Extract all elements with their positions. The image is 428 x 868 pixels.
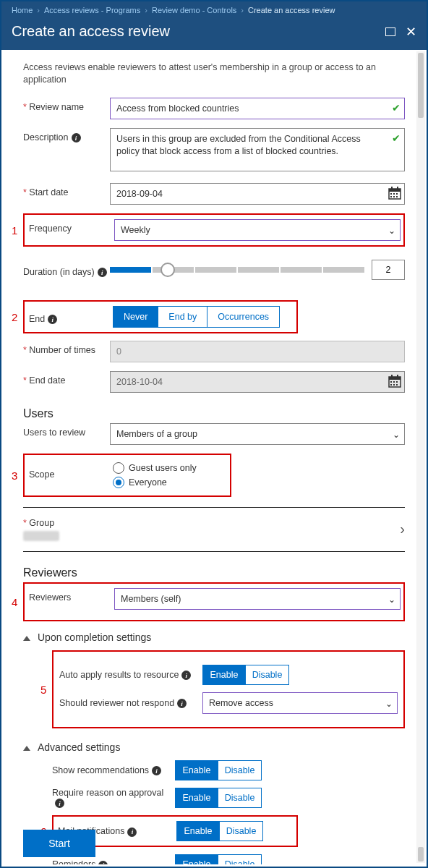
require-reason-enable[interactable]: Enable xyxy=(175,788,218,808)
reviewers-section-head: Reviewers xyxy=(23,566,405,579)
crumb-controls[interactable]: Review demo - Controls xyxy=(152,6,236,14)
label-group: Group xyxy=(23,518,110,528)
svg-rect-2 xyxy=(391,187,393,190)
scope-everyone-radio[interactable]: Everyone xyxy=(113,477,197,488)
svg-rect-5 xyxy=(393,193,395,195)
crumb-current: Create an access review xyxy=(248,6,335,14)
crumb-programs[interactable]: Access reviews - Programs xyxy=(44,6,140,14)
info-icon[interactable]: i xyxy=(181,671,191,680)
svg-rect-7 xyxy=(390,196,392,197)
chevron-up-icon xyxy=(23,631,30,643)
label-reviewers: Reviewers xyxy=(27,588,114,603)
label-no-respond: Should reviewer not respondi xyxy=(59,698,202,709)
require-reason-disable[interactable]: Disable xyxy=(218,788,262,808)
svg-rect-14 xyxy=(390,381,392,383)
info-icon[interactable]: i xyxy=(177,699,187,708)
group-picker[interactable]: Group › xyxy=(23,518,405,541)
mail-enable[interactable]: Enable xyxy=(176,821,220,841)
label-start-date: Start date xyxy=(23,183,110,197)
svg-rect-6 xyxy=(396,193,398,195)
annotation-2: 2 xyxy=(12,310,17,323)
no-respond-select[interactable]: Remove access⌄ xyxy=(202,692,398,714)
show-rec-enable[interactable]: Enable xyxy=(175,760,218,780)
reminders-disable[interactable]: Disable xyxy=(218,854,262,864)
label-end: Endi xyxy=(27,310,113,325)
svg-rect-15 xyxy=(393,381,395,383)
page-title: Create an access review xyxy=(12,23,170,40)
annotation-3: 3 xyxy=(12,469,17,481)
svg-rect-3 xyxy=(397,187,398,190)
slider-knob[interactable] xyxy=(160,263,175,277)
label-require-reason: Require reason on approvali xyxy=(52,788,175,809)
panel-scrollbar[interactable] xyxy=(416,51,425,863)
intro-text: Access reviews enable reviewers to attes… xyxy=(23,61,405,86)
label-scope: Scope xyxy=(27,459,113,480)
group-value-redacted xyxy=(23,531,59,541)
chevron-down-icon: ⌄ xyxy=(385,699,393,709)
start-button[interactable]: Start xyxy=(23,830,95,857)
svg-rect-8 xyxy=(393,196,395,197)
info-icon[interactable]: i xyxy=(98,861,108,865)
start-date-input[interactable]: 2018-09-04 xyxy=(110,183,405,205)
chevron-down-icon: ⌄ xyxy=(388,226,395,236)
review-name-input[interactable] xyxy=(110,98,405,119)
info-icon[interactable]: i xyxy=(98,268,107,277)
calendar-icon[interactable] xyxy=(388,186,402,200)
svg-rect-18 xyxy=(393,384,395,386)
label-duration: Duration (in days)i xyxy=(23,263,110,278)
info-icon[interactable]: i xyxy=(72,133,81,142)
end-date-input: 2018-10-04 xyxy=(110,371,405,393)
reviewers-select[interactable]: Members (self)⌄ xyxy=(114,588,401,610)
duration-slider[interactable] xyxy=(110,267,364,273)
calendar-icon xyxy=(388,374,402,388)
completion-settings-toggle[interactable]: Upon completion settings xyxy=(23,631,405,643)
show-rec-disable[interactable]: Disable xyxy=(218,760,262,780)
require-reason-toggle: Enable Disable xyxy=(175,788,262,808)
label-description: Descriptioni xyxy=(23,128,110,143)
label-num-times: Number of times xyxy=(23,341,110,355)
mail-disable[interactable]: Disable xyxy=(220,821,263,841)
duration-value[interactable]: 2 xyxy=(372,260,405,280)
mail-toggle: Enable Disable xyxy=(176,821,263,841)
auto-apply-disable[interactable]: Disable xyxy=(246,665,289,685)
chevron-down-icon: ⌄ xyxy=(388,595,395,605)
chevron-down-icon: ⌄ xyxy=(393,430,400,440)
end-segmented: Never End by Occurrences xyxy=(113,306,280,328)
svg-rect-16 xyxy=(396,381,398,383)
show-rec-toggle: Enable Disable xyxy=(175,760,262,780)
svg-rect-19 xyxy=(396,384,398,386)
advanced-settings-toggle[interactable]: Advanced settings xyxy=(23,741,405,753)
users-to-review-select[interactable]: Members of a group⌄ xyxy=(110,423,405,445)
close-icon[interactable]: ✕ xyxy=(406,27,416,37)
info-icon[interactable]: i xyxy=(48,315,57,324)
end-occurrences-button[interactable]: Occurrences xyxy=(207,306,280,328)
valid-check-icon: ✔ xyxy=(392,132,401,144)
annotation-5: 5 xyxy=(40,683,46,695)
frequency-select[interactable]: Weekly⌄ xyxy=(114,219,401,241)
label-show-rec: Show recommendationsi xyxy=(52,765,175,776)
label-users-to-review: Users to review xyxy=(23,423,110,438)
svg-rect-13 xyxy=(397,375,398,378)
annotation-4: 4 xyxy=(12,595,17,608)
crumb-home[interactable]: Home xyxy=(12,6,33,14)
chevron-right-icon: › xyxy=(400,521,405,537)
svg-rect-9 xyxy=(396,196,398,197)
svg-rect-4 xyxy=(390,193,392,195)
end-endby-button[interactable]: End by xyxy=(158,306,207,328)
description-input[interactable]: Users in this group are excluded from th… xyxy=(110,128,405,171)
chevron-up-icon xyxy=(23,741,30,753)
label-reminders: Remindersi xyxy=(52,859,175,864)
restore-window-icon[interactable] xyxy=(385,27,395,36)
auto-apply-enable[interactable]: Enable xyxy=(202,665,246,685)
label-review-name: Review name xyxy=(23,98,110,112)
users-section-head: Users xyxy=(23,407,405,420)
info-icon[interactable]: i xyxy=(152,766,161,775)
reminders-enable[interactable]: Enable xyxy=(175,854,218,864)
info-icon[interactable]: i xyxy=(127,827,137,837)
end-never-button[interactable]: Never xyxy=(113,306,158,328)
label-auto-apply: Auto apply results to resourcei xyxy=(59,670,202,681)
info-icon[interactable]: i xyxy=(55,799,64,808)
scope-guest-radio[interactable]: Guest users only xyxy=(113,462,197,474)
valid-check-icon: ✔ xyxy=(392,102,401,114)
label-frequency: Frequency xyxy=(27,219,114,234)
